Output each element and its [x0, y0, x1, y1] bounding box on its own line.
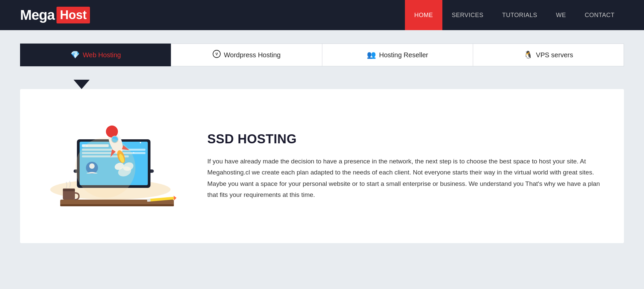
tabs-row: 💎 Web Hosting W Wordpress Hosting 👥 Host… [20, 44, 624, 66]
tab-wordpress-hosting[interactable]: W Wordpress Hosting [171, 44, 322, 66]
diamond-icon: 💎 [71, 51, 80, 59]
svg-rect-30 [147, 199, 151, 202]
reseller-icon: 👥 [367, 51, 376, 59]
pointer-triangle [74, 80, 90, 89]
tab-web-hosting-label: Web Hosting [83, 51, 121, 59]
svg-point-25 [133, 152, 134, 153]
hosting-illustration [43, 109, 184, 223]
nav-services[interactable]: SERVICES [442, 0, 493, 30]
content-title: SSD HOSTING [207, 132, 601, 146]
tab-pointer [20, 80, 624, 89]
svg-point-31 [75, 138, 135, 198]
svg-rect-5 [60, 204, 174, 206]
logo-mega-text: Mega [20, 7, 55, 23]
svg-point-24 [140, 142, 141, 143]
tab-wordpress-label: Wordpress Hosting [224, 51, 281, 59]
tab-web-hosting[interactable]: 💎 Web Hosting [20, 44, 171, 66]
nav-home[interactable]: HOME [405, 0, 442, 30]
content-body: If you have already made the decision to… [207, 156, 601, 200]
tab-vps-servers[interactable]: 🐧 VPS servers [473, 44, 624, 66]
tab-vps-label: VPS servers [536, 51, 573, 59]
linux-icon: 🐧 [524, 51, 533, 59]
svg-rect-27 [63, 189, 75, 191]
nav-we[interactable]: WE [547, 0, 575, 30]
nav-contact[interactable]: CONTACT [575, 0, 624, 30]
main-nav: HOME SERVICES TUTORIALS WE CONTACT [405, 0, 624, 30]
tab-reseller-label: Hosting Reseller [379, 51, 428, 59]
wordpress-icon: W [213, 50, 221, 60]
tab-reseller-hosting[interactable]: 👥 Hosting Reseller [322, 44, 473, 66]
page-content: 💎 Web Hosting W Wordpress Hosting 👥 Host… [0, 30, 644, 263]
content-card: SSD HOSTING If you have already made the… [20, 89, 624, 243]
svg-text:W: W [215, 52, 218, 56]
content-text-area: SSD HOSTING If you have already made the… [207, 132, 601, 200]
svg-marker-29 [174, 196, 177, 201]
logo-host-text: Host [57, 7, 90, 23]
header: Mega Host HOME SERVICES TUTORIALS WE CON… [0, 0, 644, 30]
nav-tutorials[interactable]: TUTORIALS [493, 0, 547, 30]
logo[interactable]: Mega Host [20, 7, 90, 23]
